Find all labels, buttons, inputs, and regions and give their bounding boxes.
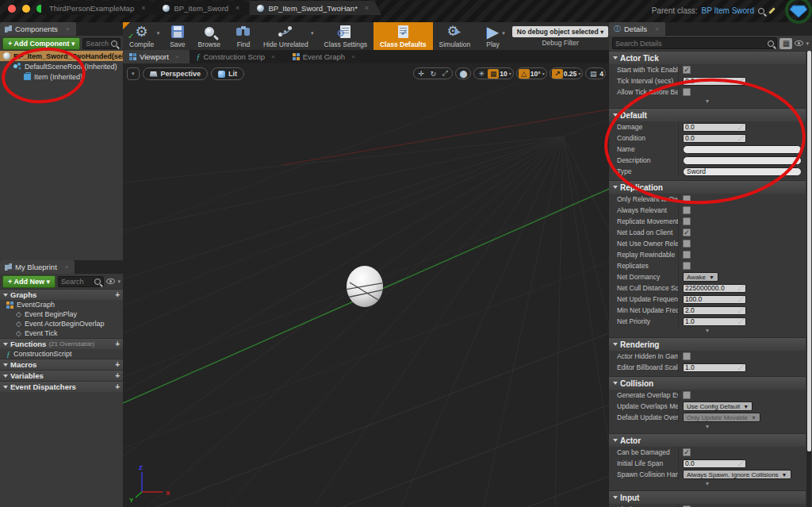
simulation-button[interactable]: Simulation xyxy=(433,22,477,50)
edit-parent-class-icon[interactable] xyxy=(768,7,775,13)
value-slider-icon[interactable]: ⋰ xyxy=(738,307,744,313)
rotate-tool-icon[interactable]: ↻ xyxy=(427,69,439,79)
section-expander-collision[interactable]: ▼ xyxy=(609,423,806,430)
bp-item-event-tick[interactable]: ◇Event Tick xyxy=(0,328,123,338)
checkbox-net-load-on-client[interactable]: ✓ xyxy=(683,229,691,236)
move-tool-icon[interactable]: ✛ xyxy=(416,69,427,79)
camera-speed-icon[interactable]: ▤ xyxy=(588,69,599,79)
number-input-net-priority[interactable] xyxy=(685,317,738,325)
close-tab-icon[interactable]: × xyxy=(236,4,239,12)
dropdown-net-dormancy[interactable]: Awake▼ xyxy=(683,272,718,282)
checkbox-start-with-tick-enabled[interactable]: ✓ xyxy=(683,66,691,74)
details-header-rendering[interactable]: Rendering xyxy=(609,337,806,351)
number-input-net-cull-distance-squared[interactable] xyxy=(685,284,738,292)
value-slider-icon[interactable]: ⋰ xyxy=(738,285,744,291)
add-graphs-icon[interactable]: + xyxy=(115,290,120,299)
rotation-snap-value[interactable]: 10° xyxy=(530,70,541,78)
find-button[interactable]: Find xyxy=(230,22,257,50)
checkbox-replicate-movement[interactable] xyxy=(683,217,691,225)
debug-object-dropdown[interactable]: No debug object selected ▾ xyxy=(512,26,609,37)
rotation-snap-icon[interactable]: △ xyxy=(519,69,530,79)
section-header-event-dispatchers[interactable]: Event Dispatchers+ xyxy=(0,381,123,392)
viewport-canvas[interactable]: Z X Y xyxy=(123,63,609,507)
components-tab[interactable]: Components × xyxy=(0,22,76,36)
checkbox-net-use-owner-relevancy[interactable] xyxy=(683,240,691,248)
components-search-input[interactable] xyxy=(86,40,111,48)
viewport-options-button[interactable]: ▾ xyxy=(127,67,140,80)
close-icon[interactable]: × xyxy=(655,25,659,33)
preview-sphere[interactable] xyxy=(345,266,386,307)
value-slider-icon[interactable]: ⋰ xyxy=(738,135,744,141)
number-input-tick-interval-secs[interactable] xyxy=(685,77,738,85)
number-input-min-net-update-frequency[interactable] xyxy=(685,306,738,314)
details-search-input[interactable] xyxy=(615,40,768,48)
checkbox-only-relevant-to-owner[interactable] xyxy=(683,195,691,203)
bp-item-event-beginplay[interactable]: ◇Event BeginPlay xyxy=(0,309,123,319)
checkbox-replicates[interactable] xyxy=(683,262,691,270)
number-input-initial-life-span[interactable] xyxy=(685,459,738,467)
value-slider-icon[interactable]: ⋰ xyxy=(738,296,744,302)
text-input-description[interactable] xyxy=(683,156,802,165)
add-new-button[interactable]: + Add New ▾ xyxy=(2,275,56,288)
surface-snap-icon[interactable]: ✳ xyxy=(476,69,487,79)
close-tab-icon[interactable]: × xyxy=(271,53,275,60)
save-button[interactable]: Save xyxy=(163,22,191,50)
checkbox-allow-tick-before-begin-pla[interactable] xyxy=(683,88,691,96)
class-settings-button[interactable]: ⚙Class Settings xyxy=(318,22,373,50)
close-icon[interactable]: × xyxy=(65,263,69,271)
my-blueprint-tab[interactable]: My Blueprint × xyxy=(0,260,75,274)
section-header-macros[interactable]: Macros+ xyxy=(0,359,123,370)
play-button[interactable]: ▶Play▾ xyxy=(480,22,506,50)
details-header-actor-tick[interactable]: Actor Tick xyxy=(609,51,806,64)
add-macros-icon[interactable]: + xyxy=(115,360,120,369)
my-blueprint-search-input[interactable] xyxy=(61,278,95,286)
close-icon[interactable]: × xyxy=(66,25,70,33)
parent-class-link[interactable]: BP Item Sword xyxy=(701,6,754,15)
lit-button[interactable]: Lit xyxy=(211,67,244,80)
bp-item-constructionscript[interactable]: ƒConstructionScript xyxy=(0,349,123,359)
hide-unrelated-button[interactable]: Hide Unrelated▾ xyxy=(257,22,315,50)
value-slider-icon[interactable]: ⋰ xyxy=(738,460,744,467)
bp-item-eventgraph[interactable]: EventGraph xyxy=(0,300,123,309)
close-tab-icon[interactable]: × xyxy=(175,53,179,60)
scale-snap-icon[interactable]: ↗ xyxy=(552,69,563,79)
checkbox-generate-overlap-events-d[interactable] xyxy=(683,391,691,399)
property-matrix-icon[interactable]: ▦ xyxy=(779,38,792,49)
tab-event-graph[interactable]: Event Graph× xyxy=(286,50,366,63)
tab-viewport[interactable]: Viewport× xyxy=(123,50,190,63)
grid-snap-value[interactable]: 10 xyxy=(500,70,507,78)
editor-tab-thirdpersonexamplemap[interactable]: ThirdPersonExampleMap× xyxy=(41,1,158,15)
camera-speed-value[interactable]: 4 xyxy=(599,70,603,78)
value-slider-icon[interactable]: ⋰ xyxy=(738,364,744,371)
grid-snap-icon[interactable]: ▦ xyxy=(488,69,499,79)
details-header-default[interactable]: Default xyxy=(609,108,806,121)
editor-tab-bp-item-sword-twohan[interactable]: BP_Item_Sword_TwoHan*× xyxy=(249,1,381,15)
number-input-net-update-frequency[interactable] xyxy=(685,295,738,303)
dropdown-spawn-collision-handling-m[interactable]: Always Spawn, Ignore Collisions▼ xyxy=(683,470,791,479)
view-options-eye-icon[interactable] xyxy=(106,278,115,284)
close-tab-icon[interactable]: × xyxy=(141,4,145,12)
value-slider-icon[interactable]: ⋰ xyxy=(738,78,744,84)
add-event-dispatchers-icon[interactable]: + xyxy=(115,382,120,391)
checkbox-always-relevant[interactable] xyxy=(683,206,691,214)
tree-row-defaultsceneroot-inherited[interactable]: DefaultSceneRoot (Inherited) xyxy=(0,61,123,71)
number-input-damage[interactable] xyxy=(685,123,738,131)
perspective-button[interactable]: Perspective xyxy=(143,67,209,80)
details-header-collision[interactable]: Collision xyxy=(609,376,806,390)
details-view-options-eye-icon[interactable] xyxy=(795,40,803,46)
checkbox-actor-hidden-in-game[interactable] xyxy=(683,352,691,360)
minimize-window-button[interactable] xyxy=(22,5,30,13)
add-component-button[interactable]: + Add Component ▾ xyxy=(2,37,80,50)
close-window-button[interactable] xyxy=(8,5,16,13)
checkbox-can-be-damaged[interactable]: ✓ xyxy=(683,448,691,456)
details-scrollbar-thumb[interactable] xyxy=(807,51,811,451)
close-tab-icon[interactable]: × xyxy=(365,4,369,12)
text-input-type[interactable] xyxy=(683,167,802,176)
details-scrollbar[interactable] xyxy=(806,51,811,507)
value-slider-icon[interactable]: ⋰ xyxy=(738,124,744,130)
number-input-editor-billboard-scale[interactable] xyxy=(685,363,738,371)
section-expander-actor[interactable]: ▼ xyxy=(609,480,806,487)
details-header-actor[interactable]: Actor xyxy=(609,433,806,447)
dropdown-update-overlaps-method-d[interactable]: Use Config Default▼ xyxy=(683,401,753,411)
tab-construction-scrip[interactable]: ƒConstruction Scrip× xyxy=(190,50,285,63)
